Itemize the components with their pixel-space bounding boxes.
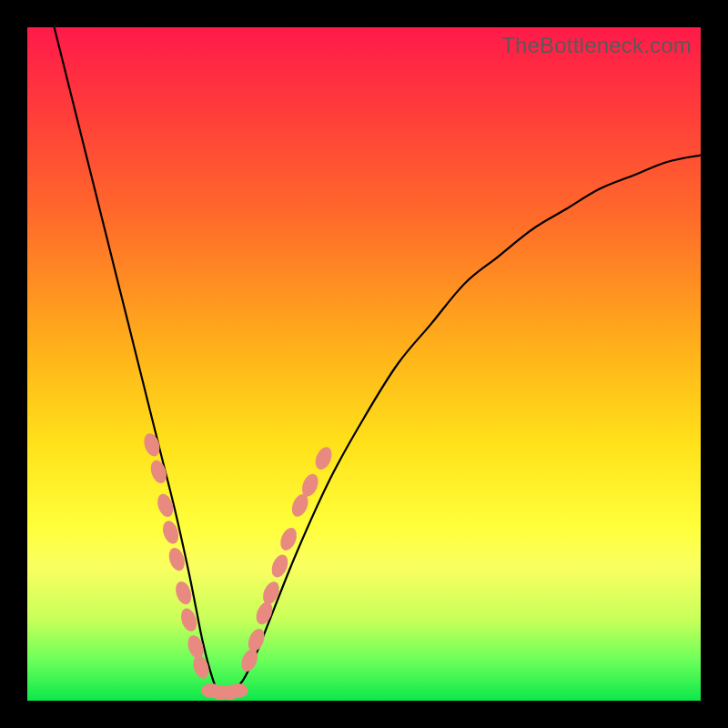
bottleneck-curve: [55, 27, 701, 695]
marker-left: [190, 653, 211, 681]
marker-valley: [228, 683, 248, 698]
marker-left: [148, 459, 169, 486]
marker-left: [141, 431, 162, 459]
curve-svg: [27, 27, 701, 701]
plot-area: TheBottleneck.com: [27, 27, 701, 701]
chart-frame: TheBottleneck.com: [0, 0, 728, 728]
marker-right: [278, 525, 300, 552]
marker-right: [245, 626, 268, 653]
marker-right: [312, 445, 335, 472]
curve-markers: [141, 431, 335, 700]
marker-left: [185, 633, 206, 661]
marker-right: [260, 580, 283, 607]
marker-left: [155, 492, 176, 520]
